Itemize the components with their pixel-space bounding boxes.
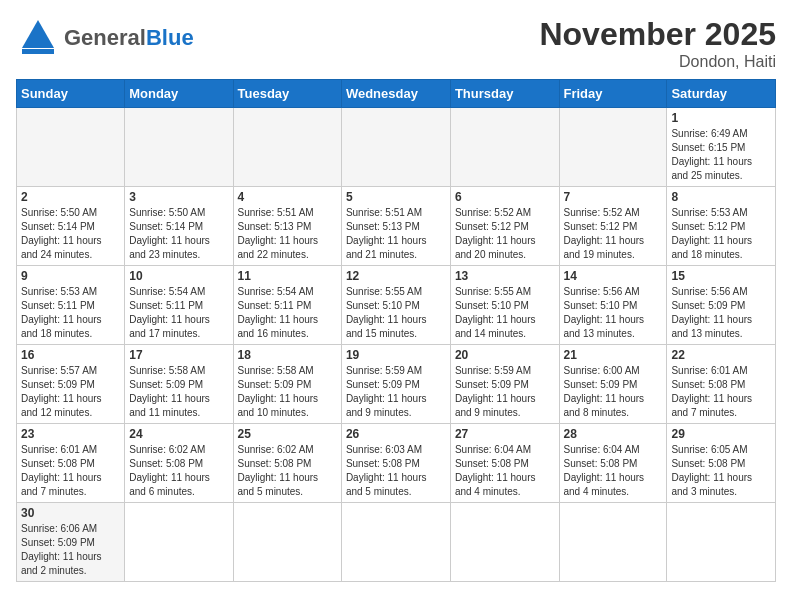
calendar-week-row: 16Sunrise: 5:57 AMSunset: 5:09 PMDayligh… bbox=[17, 345, 776, 424]
day-number: 11 bbox=[238, 269, 337, 283]
table-row bbox=[341, 503, 450, 582]
table-row: 26Sunrise: 6:03 AMSunset: 5:08 PMDayligh… bbox=[341, 424, 450, 503]
day-number: 13 bbox=[455, 269, 555, 283]
day-number: 25 bbox=[238, 427, 337, 441]
day-info: Sunrise: 6:04 AMSunset: 5:08 PMDaylight:… bbox=[564, 443, 663, 499]
table-row: 20Sunrise: 5:59 AMSunset: 5:09 PMDayligh… bbox=[450, 345, 559, 424]
table-row: 3Sunrise: 5:50 AMSunset: 5:14 PMDaylight… bbox=[125, 187, 233, 266]
day-info: Sunrise: 6:04 AMSunset: 5:08 PMDaylight:… bbox=[455, 443, 555, 499]
table-row: 15Sunrise: 5:56 AMSunset: 5:09 PMDayligh… bbox=[667, 266, 776, 345]
title-block: November 2025 Dondon, Haiti bbox=[539, 16, 776, 71]
table-row bbox=[450, 108, 559, 187]
table-row: 17Sunrise: 5:58 AMSunset: 5:09 PMDayligh… bbox=[125, 345, 233, 424]
day-number: 29 bbox=[671, 427, 771, 441]
location: Dondon, Haiti bbox=[539, 53, 776, 71]
day-number: 19 bbox=[346, 348, 446, 362]
table-row: 4Sunrise: 5:51 AMSunset: 5:13 PMDaylight… bbox=[233, 187, 341, 266]
day-number: 2 bbox=[21, 190, 120, 204]
day-number: 15 bbox=[671, 269, 771, 283]
table-row: 12Sunrise: 5:55 AMSunset: 5:10 PMDayligh… bbox=[341, 266, 450, 345]
table-row: 14Sunrise: 5:56 AMSunset: 5:10 PMDayligh… bbox=[559, 266, 667, 345]
table-row: 19Sunrise: 5:59 AMSunset: 5:09 PMDayligh… bbox=[341, 345, 450, 424]
day-info: Sunrise: 5:58 AMSunset: 5:09 PMDaylight:… bbox=[129, 364, 228, 420]
calendar-week-row: 23Sunrise: 6:01 AMSunset: 5:08 PMDayligh… bbox=[17, 424, 776, 503]
day-info: Sunrise: 5:53 AMSunset: 5:11 PMDaylight:… bbox=[21, 285, 120, 341]
day-info: Sunrise: 5:51 AMSunset: 5:13 PMDaylight:… bbox=[346, 206, 446, 262]
table-row: 28Sunrise: 6:04 AMSunset: 5:08 PMDayligh… bbox=[559, 424, 667, 503]
day-info: Sunrise: 5:50 AMSunset: 5:14 PMDaylight:… bbox=[21, 206, 120, 262]
day-info: Sunrise: 5:57 AMSunset: 5:09 PMDaylight:… bbox=[21, 364, 120, 420]
day-number: 24 bbox=[129, 427, 228, 441]
day-info: Sunrise: 5:50 AMSunset: 5:14 PMDaylight:… bbox=[129, 206, 228, 262]
day-info: Sunrise: 5:51 AMSunset: 5:13 PMDaylight:… bbox=[238, 206, 337, 262]
svg-rect-1 bbox=[22, 49, 54, 54]
day-info: Sunrise: 5:54 AMSunset: 5:11 PMDaylight:… bbox=[129, 285, 228, 341]
table-row: 10Sunrise: 5:54 AMSunset: 5:11 PMDayligh… bbox=[125, 266, 233, 345]
table-row: 21Sunrise: 6:00 AMSunset: 5:09 PMDayligh… bbox=[559, 345, 667, 424]
day-info: Sunrise: 5:52 AMSunset: 5:12 PMDaylight:… bbox=[564, 206, 663, 262]
col-saturday: Saturday bbox=[667, 80, 776, 108]
table-row: 2Sunrise: 5:50 AMSunset: 5:14 PMDaylight… bbox=[17, 187, 125, 266]
table-row: 6Sunrise: 5:52 AMSunset: 5:12 PMDaylight… bbox=[450, 187, 559, 266]
page-header: GeneralBlue November 2025 Dondon, Haiti bbox=[16, 16, 776, 71]
day-info: Sunrise: 5:52 AMSunset: 5:12 PMDaylight:… bbox=[455, 206, 555, 262]
logo: GeneralBlue bbox=[16, 16, 194, 60]
svg-marker-0 bbox=[22, 20, 54, 48]
day-number: 3 bbox=[129, 190, 228, 204]
table-row bbox=[667, 503, 776, 582]
table-row bbox=[233, 108, 341, 187]
day-info: Sunrise: 6:05 AMSunset: 5:08 PMDaylight:… bbox=[671, 443, 771, 499]
day-number: 26 bbox=[346, 427, 446, 441]
table-row: 29Sunrise: 6:05 AMSunset: 5:08 PMDayligh… bbox=[667, 424, 776, 503]
day-number: 6 bbox=[455, 190, 555, 204]
day-info: Sunrise: 5:55 AMSunset: 5:10 PMDaylight:… bbox=[346, 285, 446, 341]
col-wednesday: Wednesday bbox=[341, 80, 450, 108]
table-row bbox=[559, 108, 667, 187]
day-number: 20 bbox=[455, 348, 555, 362]
day-number: 23 bbox=[21, 427, 120, 441]
calendar-table: Sunday Monday Tuesday Wednesday Thursday… bbox=[16, 79, 776, 582]
day-number: 5 bbox=[346, 190, 446, 204]
day-info: Sunrise: 6:49 AMSunset: 6:15 PMDaylight:… bbox=[671, 127, 771, 183]
table-row bbox=[233, 503, 341, 582]
table-row bbox=[125, 108, 233, 187]
table-row bbox=[125, 503, 233, 582]
table-row: 23Sunrise: 6:01 AMSunset: 5:08 PMDayligh… bbox=[17, 424, 125, 503]
day-number: 12 bbox=[346, 269, 446, 283]
day-info: Sunrise: 6:02 AMSunset: 5:08 PMDaylight:… bbox=[238, 443, 337, 499]
day-number: 14 bbox=[564, 269, 663, 283]
table-row bbox=[341, 108, 450, 187]
table-row: 24Sunrise: 6:02 AMSunset: 5:08 PMDayligh… bbox=[125, 424, 233, 503]
month-title: November 2025 bbox=[539, 16, 776, 53]
day-info: Sunrise: 6:01 AMSunset: 5:08 PMDaylight:… bbox=[671, 364, 771, 420]
table-row: 13Sunrise: 5:55 AMSunset: 5:10 PMDayligh… bbox=[450, 266, 559, 345]
table-row: 7Sunrise: 5:52 AMSunset: 5:12 PMDaylight… bbox=[559, 187, 667, 266]
calendar-week-row: 1Sunrise: 6:49 AMSunset: 6:15 PMDaylight… bbox=[17, 108, 776, 187]
day-info: Sunrise: 5:54 AMSunset: 5:11 PMDaylight:… bbox=[238, 285, 337, 341]
logo-icon bbox=[16, 16, 60, 60]
col-sunday: Sunday bbox=[17, 80, 125, 108]
table-row: 22Sunrise: 6:01 AMSunset: 5:08 PMDayligh… bbox=[667, 345, 776, 424]
table-row bbox=[17, 108, 125, 187]
day-number: 22 bbox=[671, 348, 771, 362]
day-number: 21 bbox=[564, 348, 663, 362]
day-number: 8 bbox=[671, 190, 771, 204]
table-row: 18Sunrise: 5:58 AMSunset: 5:09 PMDayligh… bbox=[233, 345, 341, 424]
day-info: Sunrise: 5:55 AMSunset: 5:10 PMDaylight:… bbox=[455, 285, 555, 341]
day-number: 4 bbox=[238, 190, 337, 204]
col-monday: Monday bbox=[125, 80, 233, 108]
calendar-week-row: 2Sunrise: 5:50 AMSunset: 5:14 PMDaylight… bbox=[17, 187, 776, 266]
table-row: 11Sunrise: 5:54 AMSunset: 5:11 PMDayligh… bbox=[233, 266, 341, 345]
day-info: Sunrise: 6:00 AMSunset: 5:09 PMDaylight:… bbox=[564, 364, 663, 420]
col-friday: Friday bbox=[559, 80, 667, 108]
day-info: Sunrise: 5:56 AMSunset: 5:10 PMDaylight:… bbox=[564, 285, 663, 341]
day-number: 10 bbox=[129, 269, 228, 283]
col-thursday: Thursday bbox=[450, 80, 559, 108]
table-row bbox=[559, 503, 667, 582]
day-number: 27 bbox=[455, 427, 555, 441]
table-row: 1Sunrise: 6:49 AMSunset: 6:15 PMDaylight… bbox=[667, 108, 776, 187]
table-row: 27Sunrise: 6:04 AMSunset: 5:08 PMDayligh… bbox=[450, 424, 559, 503]
day-info: Sunrise: 6:01 AMSunset: 5:08 PMDaylight:… bbox=[21, 443, 120, 499]
day-info: Sunrise: 6:02 AMSunset: 5:08 PMDaylight:… bbox=[129, 443, 228, 499]
day-info: Sunrise: 5:58 AMSunset: 5:09 PMDaylight:… bbox=[238, 364, 337, 420]
